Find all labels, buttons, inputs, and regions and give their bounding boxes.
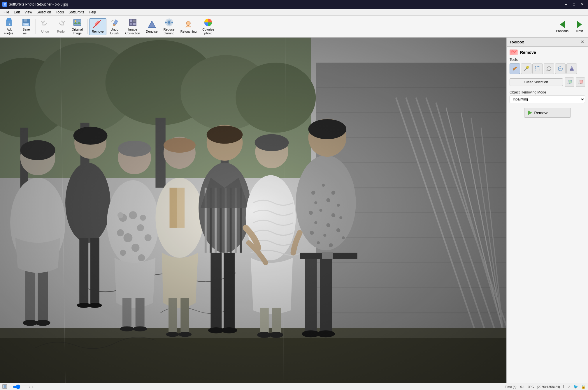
tools-section-label: Tools bbox=[510, 58, 585, 62]
save-as-button[interactable]: Saveas... bbox=[19, 16, 34, 37]
lasso-icon bbox=[546, 66, 552, 72]
previous-button[interactable]: Previous bbox=[553, 19, 572, 34]
menu-selection[interactable]: Selection bbox=[34, 10, 53, 15]
menu-help[interactable]: Help bbox=[87, 10, 99, 15]
selection-row: Clear Selection bbox=[510, 77, 585, 87]
menu-view[interactable]: View bbox=[22, 10, 34, 15]
lasso-tool-button[interactable] bbox=[544, 63, 554, 74]
removing-mode-dropdown[interactable]: Inpainting Content Aware Fill Object Rem… bbox=[510, 96, 585, 103]
svg-rect-13 bbox=[130, 20, 132, 22]
svg-rect-170 bbox=[580, 80, 583, 83]
toolbar-sep-2 bbox=[87, 19, 87, 34]
title-bar: 🖼 SoftOrbits Photo Retoucher - old-0.jpg… bbox=[0, 0, 588, 9]
image-correction-icon bbox=[128, 18, 137, 27]
subtract-selection-button[interactable] bbox=[576, 77, 585, 87]
toolbox-header: Toolbox ✕ bbox=[507, 38, 588, 47]
share-icon[interactable]: ↗ bbox=[567, 384, 571, 389]
original-image-icon bbox=[73, 18, 82, 27]
save-as-label: Saveas... bbox=[22, 28, 30, 35]
save-as-icon bbox=[22, 18, 31, 27]
svg-point-11 bbox=[113, 24, 115, 26]
time-value: 0.1 bbox=[520, 385, 525, 389]
menu-edit[interactable]: Edit bbox=[11, 10, 22, 15]
undo-button[interactable]: Undo bbox=[38, 18, 53, 35]
svg-point-161 bbox=[549, 66, 550, 67]
colorize-photo-button[interactable]: Colorizephoto bbox=[200, 16, 217, 37]
status-left: − + bbox=[2, 384, 34, 389]
remove-action-label: Remove bbox=[534, 111, 548, 115]
menu-tools[interactable]: Tools bbox=[53, 10, 66, 15]
maximize-button[interactable]: □ bbox=[571, 1, 578, 7]
svg-rect-164 bbox=[571, 67, 572, 68]
toolbox-close-button[interactable]: ✕ bbox=[580, 39, 585, 45]
stamp-icon bbox=[569, 66, 575, 72]
magic-wand-tool-button[interactable] bbox=[521, 63, 531, 74]
undo-brush-icon bbox=[110, 18, 119, 27]
next-label: Next bbox=[576, 29, 583, 33]
zoom-slider[interactable] bbox=[13, 384, 30, 389]
add-to-selection-button[interactable] bbox=[565, 77, 574, 87]
denoise-icon bbox=[147, 20, 157, 29]
add-selection-icon bbox=[567, 80, 572, 85]
stamp-tool-button[interactable] bbox=[566, 63, 577, 74]
reduce-blurring-button[interactable]: Reduceblurring bbox=[161, 16, 177, 37]
title-controls[interactable]: – □ ✕ bbox=[562, 1, 586, 7]
menu-softorbits[interactable]: SoftOrbits bbox=[66, 10, 86, 15]
redo-button[interactable]: Redo bbox=[53, 18, 69, 35]
redo-icon bbox=[56, 20, 66, 29]
window-title: SoftOrbits Photo Retoucher - old-0.jpg bbox=[9, 2, 68, 6]
denoise-button[interactable]: Denoise bbox=[143, 18, 160, 35]
undo-brush-label: UndoBrush bbox=[110, 28, 119, 35]
svg-rect-1 bbox=[7, 18, 11, 21]
smart-wand-tool-button[interactable] bbox=[555, 63, 566, 74]
magic-wand-icon bbox=[523, 66, 529, 72]
zoom-control: − + bbox=[9, 384, 34, 389]
retouching-label: Retouching bbox=[180, 30, 197, 33]
app-icon: 🖼 bbox=[2, 2, 7, 7]
image-correction-button[interactable]: ImageCorrection bbox=[123, 16, 143, 37]
svg-rect-6 bbox=[24, 24, 28, 25]
remove-label: Remove bbox=[92, 30, 104, 33]
remove-section-header: Remove bbox=[510, 50, 585, 55]
menu-file[interactable]: File bbox=[1, 10, 11, 15]
svg-rect-173 bbox=[3, 385, 6, 388]
social-icon[interactable]: 🐦 bbox=[573, 384, 578, 389]
svg-line-158 bbox=[528, 66, 529, 67]
svg-rect-160 bbox=[535, 66, 540, 71]
reduce-blurring-icon bbox=[164, 18, 174, 27]
smart-wand-icon bbox=[557, 66, 563, 72]
colorize-photo-label: Colorizephoto bbox=[202, 28, 214, 35]
remove-action-button[interactable]: Remove bbox=[524, 108, 571, 118]
pencil-icon bbox=[512, 66, 518, 72]
zoom-plus[interactable]: + bbox=[31, 384, 34, 389]
clear-selection-button[interactable]: Clear Selection bbox=[510, 78, 563, 86]
toolbox-content: Remove Tools bbox=[507, 47, 588, 383]
remove-button[interactable]: Remove bbox=[89, 18, 106, 35]
rect-selection-tool-button[interactable] bbox=[532, 63, 543, 74]
undo-brush-button[interactable]: UndoBrush bbox=[107, 16, 122, 37]
remove-section-icon bbox=[510, 50, 518, 55]
close-button[interactable]: ✕ bbox=[579, 1, 586, 7]
svg-text:+: + bbox=[9, 23, 10, 26]
tool-buttons-container bbox=[510, 63, 585, 74]
add-files-button[interactable]: + AddFile(s)... bbox=[1, 16, 18, 37]
subtract-selection-icon bbox=[578, 80, 583, 85]
pencil-tool-button[interactable] bbox=[510, 63, 520, 74]
remove-icon bbox=[93, 20, 102, 29]
zoom-minus[interactable]: − bbox=[9, 384, 12, 389]
retouching-icon bbox=[184, 20, 193, 29]
minimize-button[interactable]: – bbox=[562, 1, 569, 7]
toolbar-sep-1 bbox=[36, 19, 36, 34]
previous-label: Previous bbox=[556, 29, 568, 33]
image-area[interactable] bbox=[0, 38, 506, 383]
dimensions-label: (2030x1358x24) bbox=[537, 385, 560, 389]
original-image-button[interactable]: OriginalImage bbox=[69, 16, 85, 37]
image-correction-label: ImageCorrection bbox=[125, 28, 140, 35]
remove-section-label: Remove bbox=[520, 50, 536, 55]
svg-rect-14 bbox=[133, 20, 136, 22]
retouching-button[interactable]: Retouching bbox=[178, 18, 199, 35]
title-left: 🖼 SoftOrbits Photo Retoucher - old-0.jpg bbox=[2, 2, 68, 7]
toolbar-sep-nav bbox=[551, 19, 551, 34]
toolbar: + AddFile(s)... Saveas... Undo bbox=[0, 16, 588, 38]
next-button[interactable]: Next bbox=[572, 19, 587, 34]
